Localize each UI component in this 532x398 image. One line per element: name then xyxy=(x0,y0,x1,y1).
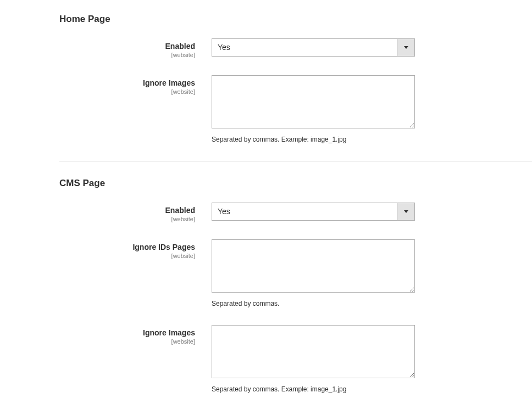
home-ignore-images-input[interactable] xyxy=(212,75,415,128)
cms-ignore-images-scope: [website] xyxy=(59,338,195,345)
home-enabled-row: Enabled [website] Yes xyxy=(0,38,532,59)
cms-ignore-ids-scope: [website] xyxy=(59,252,195,260)
home-enabled-label: Enabled xyxy=(59,42,195,51)
cms-ignore-ids-row: Ignore IDs Pages [website] Separated by … xyxy=(0,239,532,309)
home-page-section: Home Page Enabled [website] Yes Ignore I… xyxy=(0,11,532,144)
cms-enabled-select[interactable]: Yes xyxy=(212,203,415,221)
cms-ignore-images-label: Ignore Images xyxy=(59,328,195,338)
home-enabled-select[interactable]: Yes xyxy=(212,38,415,57)
cms-page-section: CMS Page Enabled [website] Yes Ignore ID… xyxy=(0,175,532,394)
cms-enabled-label: Enabled xyxy=(59,206,195,215)
cms-ignore-images-help: Separated by commas. Example: image_1.jp… xyxy=(212,385,415,394)
home-ignore-images-label: Ignore Images xyxy=(59,79,195,88)
cms-ignore-ids-label: Ignore IDs Pages xyxy=(59,243,195,252)
cms-ignore-ids-help: Separated by commas. xyxy=(212,299,415,309)
cms-ignore-images-label-col: Ignore Images [website] xyxy=(59,325,212,345)
section-divider xyxy=(59,161,532,161)
home-enabled-scope: [website] xyxy=(59,51,195,59)
cms-ignore-ids-input[interactable] xyxy=(212,239,415,293)
home-enabled-label-col: Enabled [website] xyxy=(59,38,212,59)
cms-page-title: CMS Page xyxy=(0,175,532,203)
cms-enabled-scope: [website] xyxy=(59,215,195,223)
home-ignore-images-help: Separated by commas. Example: image_1.jp… xyxy=(212,135,415,144)
dropdown-arrow-icon[interactable] xyxy=(397,203,415,221)
home-ignore-images-row: Ignore Images [website] Separated by com… xyxy=(0,75,532,144)
home-ignore-images-scope: [website] xyxy=(59,88,195,96)
cms-enabled-label-col: Enabled [website] xyxy=(59,203,212,223)
home-ignore-images-label-col: Ignore Images [website] xyxy=(59,75,212,96)
dropdown-arrow-icon[interactable] xyxy=(397,38,415,57)
cms-enabled-value: Yes xyxy=(212,203,397,221)
cms-enabled-row: Enabled [website] Yes xyxy=(0,203,532,223)
cms-ignore-ids-label-col: Ignore IDs Pages [website] xyxy=(59,239,212,260)
cms-ignore-images-input[interactable] xyxy=(212,325,415,378)
home-enabled-value: Yes xyxy=(212,38,397,57)
cms-ignore-images-row: Ignore Images [website] Separated by com… xyxy=(0,325,532,394)
home-page-title: Home Page xyxy=(0,11,532,38)
